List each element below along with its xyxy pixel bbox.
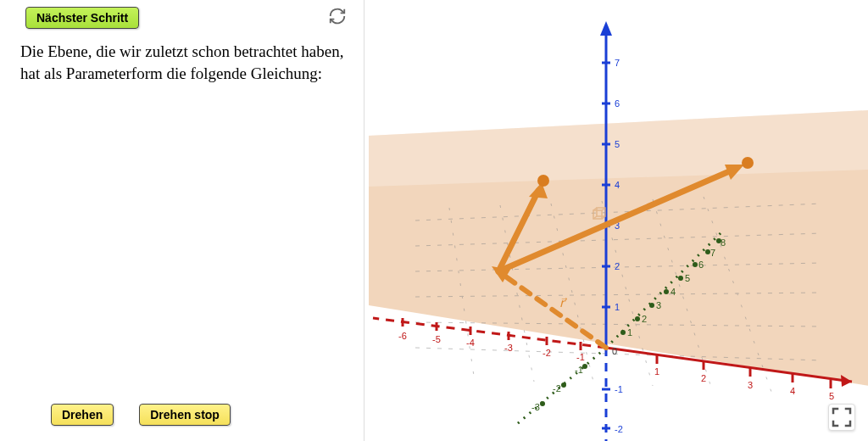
x-tick-label: 2	[701, 373, 706, 383]
x-tick-label: -3	[504, 343, 513, 353]
svg-point-58	[742, 157, 754, 169]
next-step-button[interactable]: Nächster Schritt	[25, 7, 139, 29]
description-text: Die Ebene, die wir zuletzt schon betrach…	[20, 41, 347, 84]
x-tick-label: -1	[576, 352, 585, 362]
z-tick-label: 4	[615, 180, 620, 190]
bottom-button-group: Drehen Drehen stop	[51, 404, 231, 426]
y-tick-label: 7	[710, 248, 715, 258]
svg-point-30	[540, 401, 545, 406]
x-tick-label: -5	[432, 334, 441, 344]
x-tick-label: 1	[654, 366, 659, 377]
y-tick-label: -2	[553, 383, 561, 394]
rotate-stop-button[interactable]: Drehen stop	[139, 404, 231, 426]
fullscreen-icon	[829, 405, 854, 430]
z-tick-label: 2	[615, 261, 620, 271]
rotate-button[interactable]: Drehen	[51, 404, 114, 426]
x-tick-label: 5	[829, 391, 834, 401]
z-tick-label: 5	[615, 139, 620, 149]
fullscreen-button[interactable]	[828, 404, 855, 431]
svg-point-31	[620, 330, 626, 335]
z-tick-label: -1	[615, 384, 623, 394]
svg-point-55	[537, 175, 549, 187]
svg-point-33	[649, 303, 654, 308]
x-tick-label: 3	[748, 380, 753, 390]
y-tick-label: 4	[670, 287, 676, 297]
z-tick-label: 6	[615, 98, 620, 109]
x-tick-label: -4	[466, 338, 475, 348]
x-tick-label: -6	[398, 331, 407, 341]
x-tick-label: 4	[790, 386, 795, 396]
z-tick-label: 7	[615, 58, 620, 68]
y-tick-label: -1	[575, 365, 583, 375]
left-panel: Nächster Schritt Die Ebene, die wir zule…	[0, 0, 364, 441]
y-tick-label: 5	[685, 273, 690, 283]
y-tick-label: 6	[698, 260, 704, 270]
svg-point-32	[635, 316, 640, 321]
z-tick-label: 1	[615, 302, 620, 312]
z-tick-label: -2	[615, 424, 623, 434]
y-tick-label: 2	[642, 314, 647, 324]
reset-icon[interactable]	[328, 7, 347, 25]
three-d-view[interactable]: -6 -5 -4 -3 -2 -1 1 2 3 4 5	[364, 0, 868, 441]
svg-point-36	[693, 262, 698, 267]
y-tick-label: -3	[531, 402, 540, 412]
origin-label: 0	[612, 346, 617, 356]
svg-point-29	[561, 382, 566, 388]
svg-marker-41	[600, 21, 612, 36]
y-tick-label: 1	[627, 327, 632, 338]
x-tick-label: -2	[542, 348, 551, 358]
three-d-scene: -6 -5 -4 -3 -2 -1 1 2 3 4 5	[364, 0, 868, 441]
svg-point-34	[664, 289, 669, 294]
app-container: Nächster Schritt Die Ebene, die wir zule…	[0, 0, 868, 441]
svg-point-28	[582, 364, 587, 369]
svg-point-35	[678, 276, 683, 281]
y-tick-label: 3	[656, 300, 661, 310]
y-tick-label: 8	[721, 237, 726, 248]
